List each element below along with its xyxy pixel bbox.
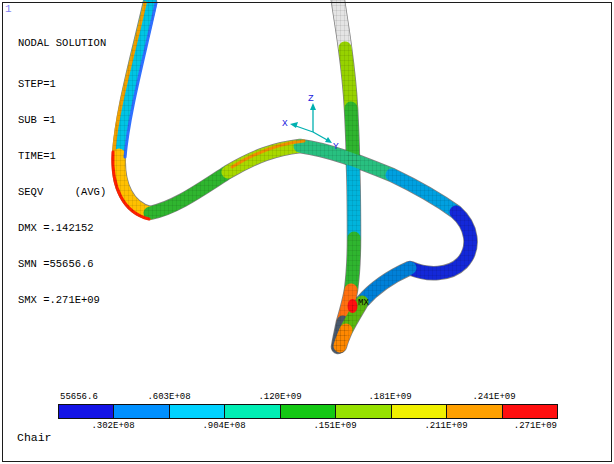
triad-x-label: X [282,118,288,129]
triad-z-label: Z [308,93,314,104]
info-line-smx: SMX =.271E+09 [18,294,106,306]
coordinate-triad [290,103,332,143]
info-line-time: TIME=1 [18,150,106,162]
plot-title: Chair [17,431,52,444]
info-line-sub: SUB =1 [18,114,106,126]
triad-x-arrow [290,122,298,128]
info-line-seqv: SEQV (AVG) [18,186,106,198]
tube-outline [119,2,471,346]
chair-frame-model [113,0,471,347]
ansys-output-window: Z X Y MX 1 NODAL SOLUTION STEP=1 SUB =1 … [0,0,614,464]
max-stress-marker: MX [358,298,369,308]
plot-number: 1 [5,3,12,15]
info-line-smn: SMN =55656.6 [18,258,106,270]
info-line-step: STEP=1 [18,78,106,90]
solution-info-block: NODAL SOLUTION STEP=1 SUB =1 TIME=1 SEQV… [18,13,106,330]
triad-y-label: Y [333,141,339,152]
info-line-dmx: DMX =.142152 [18,222,106,234]
solution-title: NODAL SOLUTION [18,37,106,49]
mesh-overlay [337,0,354,347]
triad-z-arrow [310,103,316,110]
mesh-overlay [119,2,471,346]
